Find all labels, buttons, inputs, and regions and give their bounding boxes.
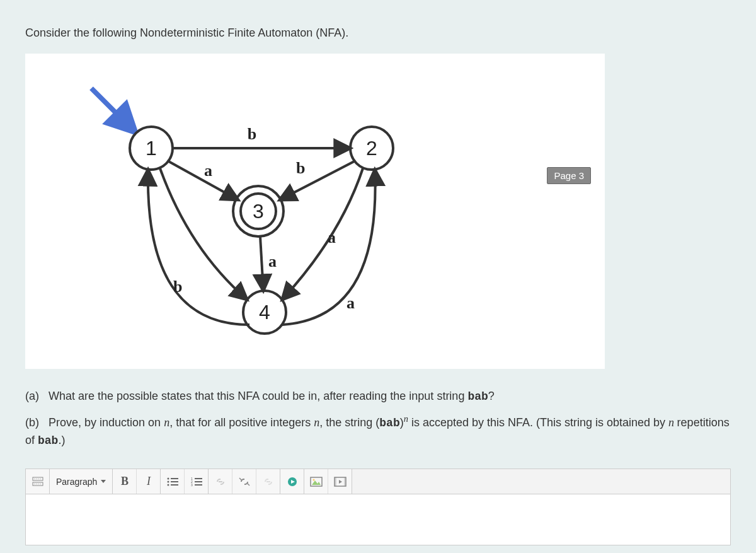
- question-card: Consider the following Nondeterministic …: [6, 6, 750, 450]
- part-b-n1: n: [164, 416, 169, 429]
- part-a: (a) What are the possible states that th…: [25, 388, 731, 405]
- media-embed-button[interactable]: [280, 469, 304, 494]
- part-a-text2: ?: [488, 390, 495, 402]
- page-root: Consider the following Nondeterministic …: [0, 0, 756, 552]
- part-b-code: bab: [379, 417, 399, 429]
- part-a-code: bab: [467, 390, 488, 403]
- page-badge: Page 3: [547, 167, 591, 184]
- chevron-down-icon: [101, 480, 106, 483]
- italic-glyph: I: [147, 475, 151, 488]
- edge-4-2: [282, 170, 375, 325]
- svg-rect-19: [195, 481, 202, 482]
- svg-text:3: 3: [191, 483, 193, 486]
- svg-rect-11: [171, 478, 178, 479]
- edge-2-3-label: b: [296, 159, 305, 177]
- svg-line-23: [247, 483, 249, 486]
- anchor-button[interactable]: [256, 469, 280, 494]
- nfa-diagram: 1 2 3 4 b a b: [38, 60, 416, 350]
- toggle-toolbar-button[interactable]: [26, 469, 50, 494]
- edge-3-4-label: a: [268, 252, 277, 271]
- part-b-sup: n: [404, 414, 408, 424]
- svg-rect-13: [171, 481, 178, 482]
- part-b-text5: is accepted by this NFA. (This string is…: [408, 416, 668, 429]
- part-b-n3: n: [668, 416, 677, 429]
- svg-point-4: [38, 479, 38, 479]
- edge-1-2-label: b: [248, 125, 256, 143]
- bold-button[interactable]: B: [113, 469, 137, 494]
- state-4-label: 4: [259, 301, 270, 323]
- svg-point-12: [167, 480, 169, 482]
- bullet-list-icon: [167, 477, 178, 486]
- svg-rect-21: [195, 484, 202, 486]
- edge-1-3: [168, 161, 238, 200]
- part-a-text1: What are the possible states that this N…: [49, 390, 467, 402]
- numbered-list-icon: 1 2 3: [191, 477, 202, 486]
- editor-textarea[interactable]: [26, 494, 730, 545]
- question-parts: (a) What are the possible states that th…: [25, 388, 731, 450]
- question-prompt: Consider the following Nondeterministic …: [25, 25, 731, 41]
- link-button[interactable]: [209, 469, 232, 494]
- svg-point-2: [34, 479, 35, 479]
- part-b-text7: .): [58, 434, 65, 446]
- svg-point-27: [312, 479, 314, 480]
- state-1-label: 1: [146, 137, 157, 160]
- italic-button[interactable]: I: [137, 469, 161, 494]
- unlink-button[interactable]: [232, 469, 256, 494]
- bold-glyph: B: [121, 475, 129, 488]
- insert-image-button[interactable]: [304, 469, 328, 494]
- svg-line-22: [239, 478, 242, 480]
- rich-text-editor: Paragraph B I 1 2 3: [25, 469, 731, 545]
- svg-point-3: [36, 479, 37, 479]
- part-b: (b) Prove, by induction on n, that for a…: [25, 414, 731, 450]
- svg-point-7: [36, 484, 37, 484]
- part-b-text1: Prove, by induction on: [49, 416, 164, 429]
- start-arrow: [91, 88, 135, 132]
- svg-rect-15: [171, 484, 178, 486]
- part-b-text3: , the string (: [319, 416, 379, 429]
- bullet-list-button[interactable]: [161, 469, 185, 494]
- svg-rect-17: [195, 478, 202, 479]
- paragraph-format-select[interactable]: Paragraph: [50, 469, 113, 494]
- edge-3-4: [260, 236, 263, 291]
- part-b-text4: ): [400, 416, 404, 429]
- svg-point-10: [167, 477, 169, 479]
- part-b-code2: bab: [38, 434, 58, 447]
- film-icon: [334, 477, 346, 487]
- nfa-diagram-container: Page 3 1 2: [25, 54, 605, 369]
- unlink-icon: [238, 477, 251, 487]
- edge-1-3-label: a: [204, 161, 212, 180]
- state-3-label: 3: [253, 200, 264, 223]
- edge-4-2-label: a: [346, 294, 355, 312]
- svg-point-5: [40, 479, 40, 479]
- paragraph-format-label: Paragraph: [56, 477, 97, 487]
- insert-video-button[interactable]: [328, 469, 352, 494]
- svg-marker-26: [312, 480, 321, 485]
- state-2-label: 2: [366, 137, 377, 160]
- svg-point-8: [38, 484, 38, 484]
- part-b-label: (b): [25, 416, 39, 429]
- edge-4-1-outer-label: b: [173, 277, 182, 296]
- numbered-list-button[interactable]: 1 2 3: [185, 469, 209, 494]
- svg-point-9: [40, 484, 40, 484]
- editor-toolbar: Paragraph B I 1 2 3: [26, 469, 730, 494]
- part-b-n2: n: [314, 416, 319, 429]
- media-icon: [287, 477, 297, 487]
- part-a-label: (a): [25, 390, 39, 402]
- svg-rect-30: [344, 477, 346, 486]
- svg-point-6: [34, 484, 35, 484]
- edge-2-4-label: a: [328, 228, 336, 247]
- link-icon: [215, 477, 226, 486]
- svg-rect-29: [335, 477, 336, 486]
- edge-2-4: [282, 168, 363, 300]
- link-icon-disabled: [263, 477, 274, 486]
- svg-point-14: [167, 484, 169, 486]
- edge-2-3: [280, 161, 355, 200]
- grid-icon: [32, 477, 43, 487]
- part-b-text2: , that for all positive integers: [169, 416, 314, 429]
- image-icon: [310, 477, 323, 487]
